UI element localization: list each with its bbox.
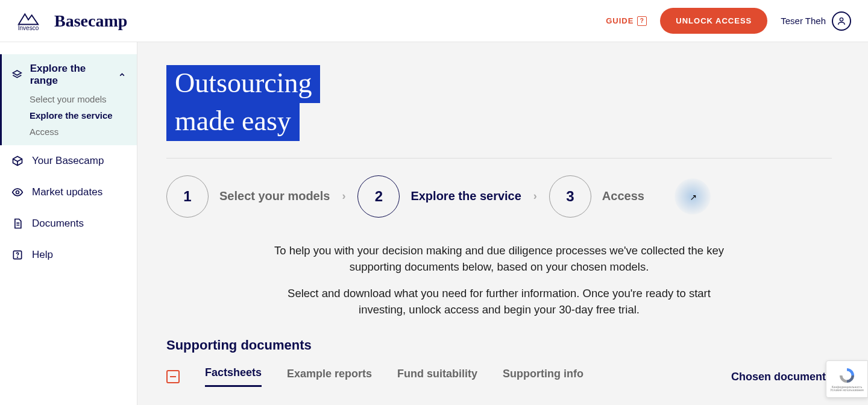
help-icon <box>11 249 24 261</box>
sidebar-item-explore-range[interactable]: Explore the range <box>11 63 137 87</box>
help-square-icon: ? <box>637 16 647 26</box>
sidebar-sub-access[interactable]: Access <box>30 127 137 137</box>
logo-text: Invesco <box>18 25 39 31</box>
supporting-documents-heading: Supporting documents <box>166 338 832 353</box>
step-2[interactable]: 2 Explore the service <box>357 175 521 218</box>
sidebar-item-documents[interactable]: Documents <box>0 208 137 239</box>
intro-text: To help you with your decision making an… <box>264 243 734 318</box>
svg-point-0 <box>840 17 843 20</box>
sidebar-group-explore: Explore the range Select your models Exp… <box>0 54 137 145</box>
chosen-documents-link[interactable]: Chosen documents <box>731 371 832 383</box>
guide-link[interactable]: GUIDE ? <box>606 16 647 26</box>
cursor-icon <box>675 178 711 215</box>
sidebar-sub-select-models[interactable]: Select your models <box>30 94 137 104</box>
chevron-right-icon: › <box>342 190 345 202</box>
document-icon <box>11 218 24 230</box>
page-title: Outsourcing made easy <box>166 65 832 141</box>
mountain-icon <box>17 10 40 26</box>
invesco-logo[interactable]: Invesco <box>17 10 40 31</box>
select-all-checkbox[interactable] <box>166 370 180 383</box>
tab-supporting-info[interactable]: Supporting info <box>503 368 583 386</box>
tab-factsheets[interactable]: Factsheets <box>205 366 262 387</box>
recaptcha-badge[interactable]: Конфиденциальность Условия использования <box>826 360 868 398</box>
sidebar-item-market-updates[interactable]: Market updates <box>0 177 137 208</box>
sidebar: Explore the range Select your models Exp… <box>0 42 137 405</box>
sidebar-item-help[interactable]: Help <box>0 239 137 271</box>
header: Invesco Basecamp GUIDE ? UNLOCK ACCESS T… <box>0 0 868 42</box>
sidebar-item-your-basecamp[interactable]: Your Basecamp <box>0 145 137 177</box>
recaptcha-icon <box>838 366 856 385</box>
divider <box>166 158 832 159</box>
guide-label: GUIDE <box>606 16 634 25</box>
step-indicator: 1 Select your models › 2 Explore the ser… <box>166 175 832 218</box>
brand-name: Basecamp <box>54 11 127 31</box>
chevron-up-icon <box>118 71 126 79</box>
main-content: Outsourcing made easy 1 Select your mode… <box>137 42 868 405</box>
avatar-icon <box>832 11 851 31</box>
step-3[interactable]: 3 Access <box>549 175 644 218</box>
tab-fund-suitability[interactable]: Fund suitability <box>397 368 477 386</box>
svg-point-1 <box>16 191 19 194</box>
chevron-right-icon: › <box>533 190 537 202</box>
user-menu[interactable]: Teser Theh <box>781 11 851 31</box>
step-1[interactable]: 1 Select your models <box>166 175 330 218</box>
svg-point-3 <box>17 257 18 257</box>
explore-label: Explore the range <box>30 63 111 87</box>
layers-icon <box>11 69 23 81</box>
eye-icon <box>11 186 24 198</box>
user-name: Teser Theh <box>781 16 826 26</box>
sidebar-sub-explore-service[interactable]: Explore the service <box>30 110 137 121</box>
document-tabs: Factsheets Example reports Fund suitabil… <box>166 366 832 387</box>
box-icon <box>11 155 24 167</box>
tab-example-reports[interactable]: Example reports <box>287 368 372 386</box>
unlock-access-button[interactable]: UNLOCK ACCESS <box>660 8 767 34</box>
